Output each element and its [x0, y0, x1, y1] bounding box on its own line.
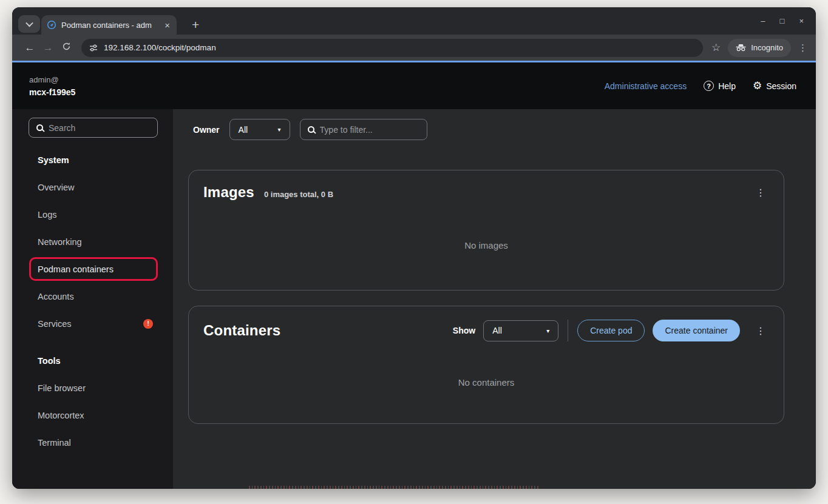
- sidebar-item-networking[interactable]: Networking: [12, 228, 173, 255]
- back-icon[interactable]: ←: [21, 42, 39, 54]
- incognito-badge: Incognito: [728, 39, 791, 57]
- session-label: Session: [766, 81, 796, 91]
- show-dropdown-value: All: [492, 326, 502, 335]
- containers-title: Containers: [203, 322, 280, 339]
- browser-toolbar: ← → ☆ Incognito: [12, 35, 816, 61]
- filter-toolbar: Owner All ▾: [193, 119, 816, 140]
- maximize-icon[interactable]: □: [780, 16, 785, 25]
- sidebar-item-services[interactable]: Services !: [12, 310, 173, 337]
- search-icon: [308, 126, 314, 133]
- reload-icon[interactable]: [57, 42, 75, 54]
- minimize-icon[interactable]: –: [761, 16, 765, 25]
- images-kebab-icon[interactable]: ⋮: [752, 184, 769, 201]
- browser-window: Podman containers - adm × + – □ × ← →: [12, 7, 816, 489]
- help-label: Help: [718, 81, 736, 91]
- sidebar-item-logs[interactable]: Logs: [12, 201, 173, 228]
- sidebar-search[interactable]: [29, 118, 158, 138]
- main-content: Owner All ▾ Images 0 images total, 0 B ⋮…: [173, 109, 816, 489]
- sidebar-item-label: Podman containers: [38, 264, 114, 274]
- sidebar-item-motorcortex[interactable]: Motorcortex: [12, 402, 173, 429]
- caret-down-icon: ▾: [278, 126, 281, 133]
- tab-title: Podman containers - adm: [61, 21, 158, 30]
- sidebar-item-accounts[interactable]: Accounts: [12, 283, 173, 310]
- sidebar-item-overview[interactable]: Overview: [12, 173, 173, 201]
- forward-icon[interactable]: →: [39, 42, 57, 54]
- containers-kebab-icon[interactable]: ⋮: [752, 323, 769, 339]
- session-menu[interactable]: ⚙ Session: [753, 81, 796, 91]
- images-card: Images 0 images total, 0 B ⋮ No images: [188, 170, 784, 291]
- browser-tab[interactable]: Podman containers - adm ×: [41, 15, 177, 35]
- url-input[interactable]: [104, 43, 695, 52]
- owner-label: Owner: [193, 125, 220, 135]
- administrative-access-link[interactable]: Administrative access: [605, 81, 687, 91]
- owner-dropdown-value: All: [239, 125, 248, 135]
- new-tab-button[interactable]: +: [192, 18, 199, 32]
- site-settings-icon[interactable]: [89, 44, 98, 52]
- sidebar-item-terminal[interactable]: Terminal: [12, 429, 173, 456]
- containers-empty-state: No containers: [203, 341, 769, 423]
- search-icon: [36, 124, 43, 131]
- sidebar-item-file-browser[interactable]: File browser: [12, 374, 173, 402]
- containers-card: Containers Show All ▾ Create pod Create …: [188, 306, 784, 424]
- filter-input[interactable]: [320, 125, 419, 135]
- divider: [568, 320, 568, 341]
- bookmark-star-icon[interactable]: ☆: [711, 41, 721, 54]
- clipped-page-text: [249, 486, 540, 489]
- cockpit-favicon-icon: [47, 20, 56, 30]
- sidebar-heading-system: System: [12, 146, 173, 173]
- sidebar-item-label: Services: [38, 319, 72, 329]
- window-controls: – □ ×: [761, 16, 804, 25]
- highlight-annotation-box: Podman containers: [29, 257, 158, 281]
- hostname: mcx-f199e5: [29, 86, 75, 98]
- images-empty-state: No images: [203, 201, 769, 290]
- tab-close-icon[interactable]: ×: [163, 21, 171, 30]
- close-icon[interactable]: ×: [799, 16, 804, 25]
- caret-down-icon: ▾: [546, 328, 549, 334]
- gear-icon: ⚙: [753, 81, 762, 91]
- address-bar[interactable]: [81, 39, 703, 57]
- tab-strip: Podman containers - adm × + – □ ×: [12, 7, 816, 35]
- cockpit-masthead: admin@ mcx-f199e5 Administrative access …: [12, 62, 816, 109]
- incognito-label: Incognito: [751, 43, 783, 52]
- sidebar-heading-tools: Tools: [12, 347, 173, 374]
- show-label: Show: [453, 326, 475, 335]
- sidebar-nav: System Overview Logs Networking Podman c…: [12, 146, 173, 456]
- error-badge-icon: !: [143, 319, 153, 329]
- images-title: Images: [203, 184, 254, 201]
- help-icon: ?: [704, 81, 714, 91]
- sidebar: System Overview Logs Networking Podman c…: [12, 109, 173, 489]
- tab-search-button[interactable]: [18, 15, 40, 33]
- create-container-button[interactable]: Create container: [653, 320, 740, 341]
- images-summary: 0 images total, 0 B: [264, 186, 333, 199]
- help-menu[interactable]: ? Help: [704, 81, 736, 91]
- logged-in-user: admin@ mcx-f199e5: [29, 74, 75, 98]
- sidebar-item-podman-containers[interactable]: Podman containers: [12, 255, 173, 283]
- incognito-icon: [736, 44, 746, 52]
- username: admin@: [29, 74, 75, 86]
- browser-menu-icon[interactable]: ⋮: [798, 42, 807, 53]
- filter-search[interactable]: [300, 119, 427, 140]
- show-dropdown[interactable]: All ▾: [483, 320, 558, 341]
- sidebar-search-input[interactable]: [49, 123, 150, 133]
- owner-dropdown[interactable]: All ▾: [229, 119, 290, 140]
- chevron-down-icon: [25, 19, 33, 27]
- create-pod-button[interactable]: Create pod: [577, 320, 645, 341]
